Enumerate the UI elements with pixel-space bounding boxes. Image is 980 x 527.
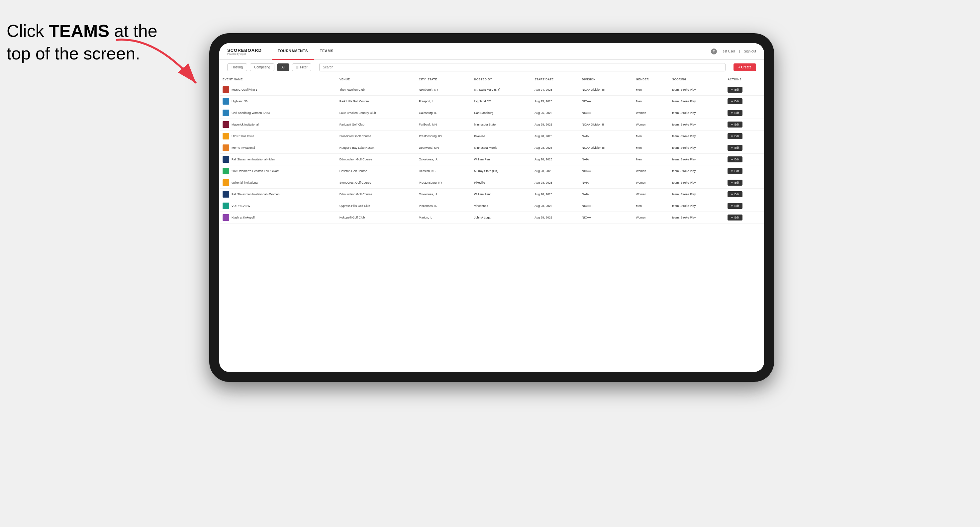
start-date-cell-2: Aug 26, 2023: [531, 107, 579, 119]
edit-button-9[interactable]: ✏ Edit: [727, 191, 743, 197]
city-state-cell-1: Freeport, IL: [415, 96, 471, 107]
nav-link-tournaments[interactable]: TOURNAMENTS: [272, 43, 314, 60]
event-name-cell-10: VU PREVIEW: [219, 200, 336, 212]
event-name-cell-1: Highland 36: [219, 96, 336, 107]
edit-button-2[interactable]: ✏ Edit: [727, 110, 743, 116]
start-date-cell-9: Aug 28, 2023: [531, 189, 579, 200]
team-logo-11: [223, 214, 229, 221]
start-date-cell-8: Aug 28, 2023: [531, 177, 579, 189]
team-logo-9: [223, 191, 229, 198]
table-header: EVENT NAME VENUE CITY, STATE HOSTED BY S…: [219, 75, 764, 84]
start-date-cell-4: Aug 28, 2023: [531, 130, 579, 142]
hosted-by-cell-11: John A Logan: [471, 212, 531, 224]
table-row: UPIKE Fall Invite StoneCrest Golf Course…: [219, 130, 764, 142]
edit-button-4[interactable]: ✏ Edit: [727, 133, 743, 139]
hosting-tab[interactable]: Hosting: [227, 63, 247, 71]
team-logo-5: [223, 144, 229, 151]
edit-button-6[interactable]: ✏ Edit: [727, 156, 743, 162]
table-row: Klash at Kokopelli Kokopelli Golf Club M…: [219, 212, 764, 224]
filter-icon: ☰: [296, 65, 299, 69]
team-logo-10: [223, 203, 229, 209]
venue-cell-6: Edmundson Golf Course: [336, 154, 415, 165]
venue-cell-2: Lake Bracken Country Club: [336, 107, 415, 119]
city-state-cell-0: Newburgh, NY: [415, 84, 471, 96]
sign-out-link[interactable]: Sign out: [744, 49, 756, 53]
gender-cell-8: Women: [633, 177, 669, 189]
team-logo-6: [223, 156, 229, 163]
table-row: Highland 36 Park Hills Golf Course Freep…: [219, 96, 764, 107]
competing-tab[interactable]: Competing: [250, 63, 274, 71]
hosted-by-cell-5: Minnesota-Morris: [471, 142, 531, 154]
table-row: Maverick Invitational Faribault Golf Clu…: [219, 119, 764, 130]
settings-icon[interactable]: ⚙: [711, 49, 717, 54]
hosted-by-cell-0: Mt. Saint Mary (NY): [471, 84, 531, 96]
event-name-cell-11: Klash at Kokopelli: [219, 212, 336, 224]
event-name-cell-9: Fall Statesmen Invitational - Women: [219, 189, 336, 200]
gender-cell-0: Men: [633, 84, 669, 96]
event-name-10: VU PREVIEW: [232, 204, 250, 208]
scoring-cell-7: team, Stroke Play: [669, 165, 724, 177]
gender-cell-4: Men: [633, 130, 669, 142]
toolbar: Hosting Competing All ☰ Filter + Create: [219, 60, 764, 75]
gender-cell-5: Men: [633, 142, 669, 154]
team-logo-2: [223, 110, 229, 116]
create-button[interactable]: + Create: [733, 63, 756, 71]
venue-cell-11: Kokopelli Golf Club: [336, 212, 415, 224]
team-logo-3: [223, 121, 229, 128]
nav-link-teams[interactable]: TEAMS: [314, 43, 339, 60]
edit-button-1[interactable]: ✏ Edit: [727, 98, 743, 104]
scoring-cell-9: team, Stroke Play: [669, 189, 724, 200]
search-box: [319, 63, 726, 71]
city-state-cell-6: Oskaloosa, IA: [415, 154, 471, 165]
actions-cell-8: ✏ Edit: [724, 177, 764, 189]
event-name-7: 2023 Women's Hesston Fall Kickoff: [232, 169, 278, 173]
user-name: Test User: [721, 49, 735, 53]
table-row: Fall Statesmen Invitational - Men Edmund…: [219, 154, 764, 165]
actions-cell-9: ✏ Edit: [724, 189, 764, 200]
edit-button-5[interactable]: ✏ Edit: [727, 145, 743, 151]
city-state-cell-9: Oskaloosa, IA: [415, 189, 471, 200]
gender-cell-11: Women: [633, 212, 669, 224]
event-name-cell-2: Carl Sandburg Women FA23: [219, 107, 336, 119]
start-date-cell-1: Aug 25, 2023: [531, 96, 579, 107]
event-name-cell-0: MSMC Qualifying 1: [219, 84, 336, 96]
table-container: EVENT NAME VENUE CITY, STATE HOSTED BY S…: [219, 75, 764, 372]
tournaments-table: EVENT NAME VENUE CITY, STATE HOSTED BY S…: [219, 75, 764, 224]
col-hosted-by: HOSTED BY: [471, 75, 531, 84]
table-body: MSMC Qualifying 1 The Powelton Club Newb…: [219, 84, 764, 224]
event-name-9: Fall Statesmen Invitational - Women: [232, 193, 279, 196]
hosted-by-cell-9: William Penn: [471, 189, 531, 200]
edit-button-0[interactable]: ✏ Edit: [727, 87, 743, 93]
logo-subtitle: Powered by clippit: [227, 53, 262, 55]
search-input[interactable]: [319, 63, 726, 71]
edit-button-7[interactable]: ✏ Edit: [727, 168, 743, 174]
actions-cell-7: ✏ Edit: [724, 165, 764, 177]
actions-cell-11: ✏ Edit: [724, 212, 764, 224]
edit-button-8[interactable]: ✏ Edit: [727, 179, 743, 186]
nav-bar: SCOREBOARD Powered by clippit TOURNAMENT…: [219, 43, 764, 60]
start-date-cell-10: Aug 28, 2023: [531, 200, 579, 212]
all-tab[interactable]: All: [277, 63, 290, 71]
table-row: Fall Statesmen Invitational - Women Edmu…: [219, 189, 764, 200]
start-date-cell-11: Aug 28, 2023: [531, 212, 579, 224]
filter-button[interactable]: ☰ Filter: [292, 63, 311, 71]
gender-cell-7: Women: [633, 165, 669, 177]
table-row: upike fall invitational StoneCrest Golf …: [219, 177, 764, 189]
event-name-11: Klash at Kokopelli: [232, 216, 256, 219]
edit-button-11[interactable]: ✏ Edit: [727, 214, 743, 221]
venue-cell-10: Cypress Hills Golf Club: [336, 200, 415, 212]
edit-button-3[interactable]: ✏ Edit: [727, 122, 743, 127]
division-cell-6: NAIA: [578, 154, 633, 165]
start-date-cell-0: Aug 24, 2023: [531, 84, 579, 96]
division-cell-11: NICAA I: [578, 212, 633, 224]
event-name-cell-4: UPIKE Fall Invite: [219, 130, 336, 142]
start-date-cell-3: Aug 28, 2023: [531, 119, 579, 130]
actions-cell-10: ✏ Edit: [724, 200, 764, 212]
gender-cell-2: Women: [633, 107, 669, 119]
nav-links: TOURNAMENTS TEAMS: [272, 43, 711, 60]
scoring-cell-8: team, Stroke Play: [669, 177, 724, 189]
event-name-4: UPIKE Fall Invite: [232, 135, 254, 138]
team-logo-8: [223, 179, 229, 186]
edit-button-10[interactable]: ✏ Edit: [727, 203, 743, 209]
gender-cell-1: Men: [633, 96, 669, 107]
